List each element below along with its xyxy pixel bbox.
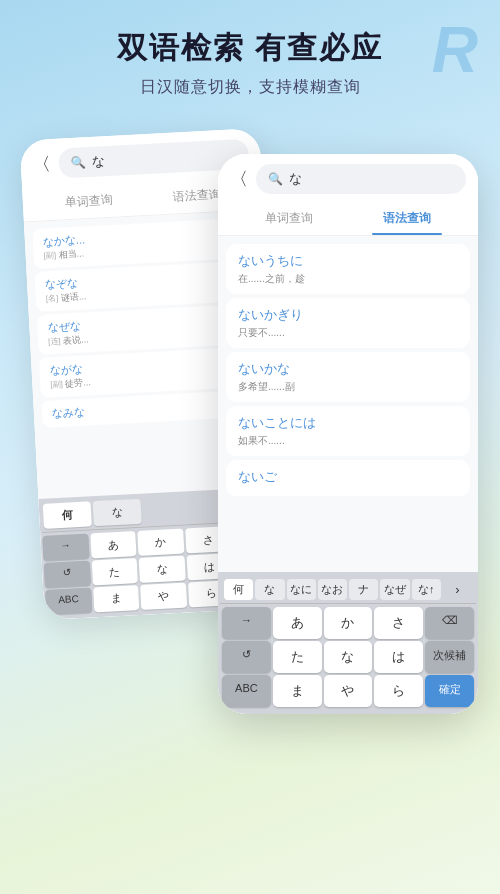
back-key-a[interactable]: あ — [90, 531, 137, 558]
back-key-na[interactable]: な — [139, 556, 186, 583]
front-key-sa[interactable]: さ — [374, 607, 423, 639]
front-cn-4: 如果不...... — [238, 434, 458, 448]
front-phone-screen: 〈 🔍 な 单词查询 语法查询 ないうちに 在......之前，趁 ないかぎり — [218, 154, 478, 714]
header-subtitle: 日汉随意切换，支持模糊查询 — [20, 77, 480, 98]
r-logo: R — [432, 18, 478, 82]
back-suggest-na[interactable]: な — [93, 499, 142, 526]
header-title: 双语检索 有查必应 — [20, 28, 480, 69]
front-key-ma[interactable]: ま — [273, 675, 322, 707]
front-search-input-box[interactable]: 🔍 な — [256, 164, 466, 194]
front-key-ka[interactable]: か — [324, 607, 373, 639]
back-key-undo[interactable]: ↺ — [44, 561, 91, 588]
front-key-arrow[interactable]: → — [222, 607, 271, 639]
front-list-item-4[interactable]: ないことには 如果不...... — [226, 406, 470, 456]
front-key-abc[interactable]: ABC — [222, 675, 271, 707]
back-key-ta[interactable]: た — [91, 558, 138, 585]
front-key-del[interactable]: ⌫ — [425, 607, 474, 639]
front-suggest-naze[interactable]: なぜ — [380, 579, 409, 600]
front-jp-3: ないかな — [238, 360, 458, 378]
search-icon-back: 🔍 — [70, 155, 86, 170]
front-tab-word[interactable]: 单词查询 — [230, 204, 348, 235]
front-suggest-nao[interactable]: なお — [318, 579, 347, 600]
front-key-ta[interactable]: た — [273, 641, 322, 673]
back-key-abc[interactable]: ABC — [45, 588, 92, 615]
front-key-next[interactable]: 次候補 — [425, 641, 474, 673]
front-key-row-2: ↺ た な は 次候補 — [222, 641, 474, 673]
front-cn-2: 只要不...... — [238, 326, 458, 340]
front-key-ya[interactable]: や — [324, 675, 373, 707]
front-jp-5: ないご — [238, 468, 458, 486]
front-suggest-kata-na[interactable]: ナ — [349, 579, 378, 600]
front-key-ra[interactable]: ら — [374, 675, 423, 707]
front-key-row-1: → あ か さ ⌫ — [222, 607, 474, 639]
front-keyboard: 何 な なに なお ナ なぜ な↑ › → あ か さ ⌫ — [218, 572, 478, 714]
front-key-a[interactable]: あ — [273, 607, 322, 639]
front-suggest-nani2[interactable]: なに — [287, 579, 316, 600]
front-list-item-1[interactable]: ないうちに 在......之前，趁 — [226, 244, 470, 294]
back-key-ya[interactable]: や — [140, 583, 187, 610]
back-search-text: な — [91, 152, 105, 171]
front-cn-3: 多希望......副 — [238, 380, 458, 394]
front-key-rows: → あ か さ ⌫ ↺ た な は 次候補 ABC — [220, 604, 476, 710]
front-search-bar: 〈 🔍 な — [218, 154, 478, 200]
front-jp-2: ないかぎり — [238, 306, 458, 324]
front-phone: 〈 🔍 な 单词查询 语法查询 ないうちに 在......之前，趁 ないかぎり — [218, 154, 478, 714]
front-suggest-nani[interactable]: 何 — [224, 579, 253, 600]
back-tab-word[interactable]: 单词查询 — [34, 184, 143, 221]
front-result-list: ないうちに 在......之前，趁 ないかぎり 只要不...... ないかな 多… — [218, 236, 478, 572]
front-key-ha[interactable]: は — [374, 641, 423, 673]
header-section: 双语检索 有查必应 日汉随意切换，支持模糊查询 R — [0, 0, 500, 114]
front-suggest-na-up[interactable]: な↑ — [412, 579, 441, 600]
front-jp-1: ないうちに — [238, 252, 458, 270]
search-icon-front: 🔍 — [268, 172, 283, 186]
front-search-text: な — [289, 170, 302, 188]
front-key-confirm[interactable]: 確定 — [425, 675, 474, 707]
front-list-item-5[interactable]: ないご — [226, 460, 470, 496]
front-jp-4: ないことには — [238, 414, 458, 432]
back-suggest-nani[interactable]: 何 — [43, 501, 92, 528]
back-arrow-front[interactable]: 〈 — [230, 167, 248, 191]
front-tabs-row: 单词查询 语法查询 — [218, 200, 478, 236]
front-cn-1: 在......之前，趁 — [238, 272, 458, 286]
back-key-arrow[interactable]: → — [42, 534, 89, 561]
front-list-item-2[interactable]: ないかぎり 只要不...... — [226, 298, 470, 348]
front-tab-grammar[interactable]: 语法查询 — [348, 204, 466, 235]
back-arrow-back[interactable]: 〈 — [32, 152, 51, 177]
phones-container: 〈 🔍 な 单词查询 语法查询 なかな... [副] 相当... なぞな — [0, 114, 500, 794]
front-suggest-na[interactable]: な — [255, 579, 284, 600]
front-key-row-3: ABC ま や ら 確定 — [222, 675, 474, 707]
front-keyboard-suggestions: 何 な なに なお ナ なぜ な↑ › — [220, 576, 476, 604]
back-key-ma[interactable]: ま — [93, 585, 140, 612]
front-suggest-chevron[interactable]: › — [443, 579, 472, 600]
front-key-undo[interactable]: ↺ — [222, 641, 271, 673]
back-key-ka[interactable]: か — [137, 529, 184, 556]
front-list-item-3[interactable]: ないかな 多希望......副 — [226, 352, 470, 402]
front-key-na[interactable]: な — [324, 641, 373, 673]
